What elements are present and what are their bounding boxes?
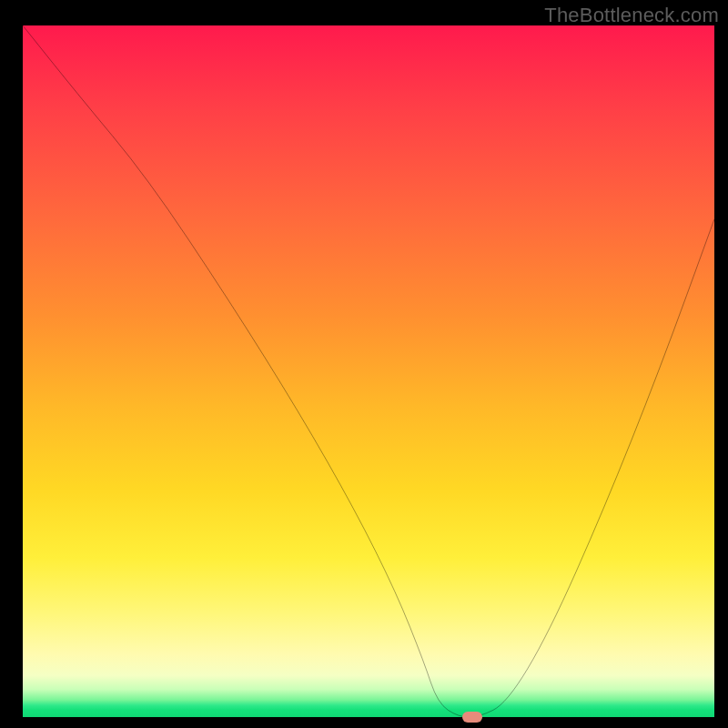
plot-area: [23, 25, 714, 717]
bottleneck-curve: [23, 25, 714, 717]
chart-frame: TheBottleneck.com: [0, 0, 728, 728]
watermark-text: TheBottleneck.com: [544, 4, 719, 27]
optimal-point-marker: [462, 712, 482, 723]
